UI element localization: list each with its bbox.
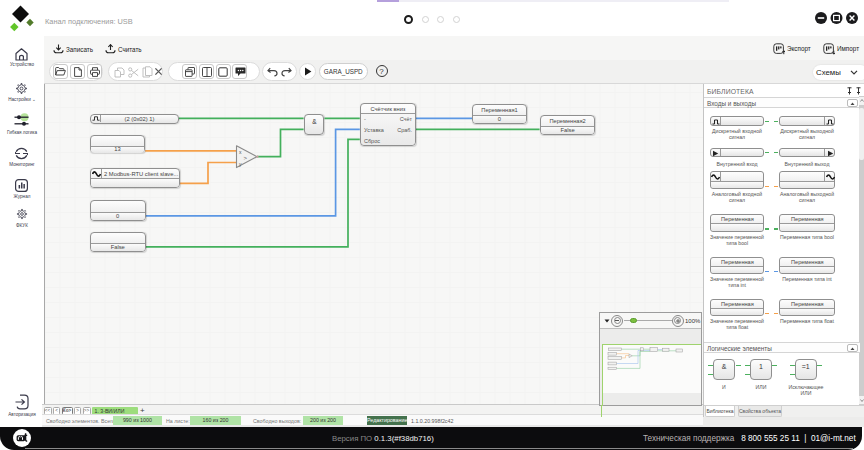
svg-text:>: >: [244, 155, 248, 161]
